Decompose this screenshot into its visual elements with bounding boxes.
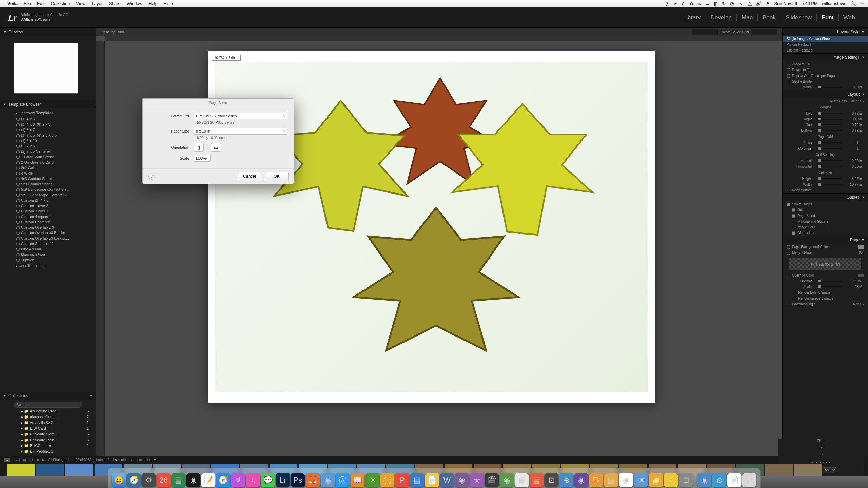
style-picture[interactable]: Picture Package: [783, 42, 868, 47]
dock-app[interactable]: ⚙: [142, 473, 156, 487]
opt-page-bg[interactable]: Page Background Color: [783, 244, 868, 250]
source[interactable]: All Photographs: [48, 458, 72, 462]
stroke-slider[interactable]: [816, 87, 842, 88]
dock-app[interactable]: 📝: [201, 473, 216, 487]
rows-slider[interactable]: [816, 142, 842, 143]
dock-safari[interactable]: 🧭: [127, 473, 141, 487]
opt-stroke[interactable]: Stroke Border: [783, 79, 868, 84]
dock-itunes[interactable]: ♫: [246, 473, 260, 487]
ok-button[interactable]: OK: [265, 172, 289, 180]
menu-share[interactable]: Share: [109, 1, 121, 6]
opt-identity[interactable]: Identity Plate-90°: [783, 250, 868, 256]
nav-prev-icon[interactable]: ◀: [36, 458, 39, 462]
dock-app[interactable]: 🎬: [485, 473, 499, 487]
bluetooth-icon[interactable]: ⌥: [738, 1, 744, 6]
template-item[interactable]: 4x5 Contact Sheet: [0, 176, 96, 181]
template-item[interactable]: Custom Centered: [0, 219, 96, 225]
dock-app[interactable]: ⊞: [515, 473, 529, 487]
status-icon[interactable]: ⌾: [698, 1, 701, 6]
dock-messages[interactable]: 💬: [261, 473, 275, 487]
create-saved-print-button[interactable]: Create Saved Print: [717, 29, 752, 35]
status-icon[interactable]: ↻: [722, 1, 726, 6]
template-item[interactable]: 5x11 Landscape Contact S...: [0, 192, 96, 198]
compare-icon[interactable]: ◫: [29, 458, 33, 462]
template-item[interactable]: 5x9 Landscape Contact Sh...: [0, 187, 96, 192]
menu-edit[interactable]: Edit: [37, 1, 44, 6]
menubar-user[interactable]: williamslavin: [822, 1, 846, 6]
template-item[interactable]: Triptych: [0, 257, 96, 263]
template-item[interactable]: 5x8 Contact Sheet: [0, 181, 96, 187]
opt-override[interactable]: Override Color: [783, 272, 868, 278]
template-item[interactable]: (1) 8 x 10: [0, 138, 96, 143]
template-item[interactable]: (1) 4 x 6: [0, 116, 96, 122]
image-settings-header[interactable]: Image Settings▼: [783, 53, 868, 61]
collection-item[interactable]: ▸ 📁 Bin Pebble1 1: [0, 449, 96, 454]
menu-window[interactable]: Window: [127, 1, 142, 6]
dock-app[interactable]: 📄: [727, 473, 742, 487]
dock-appstore[interactable]: Ⓐ: [336, 473, 350, 487]
status-icon[interactable]: ✿: [690, 1, 694, 6]
dock-trash[interactable]: 🗑: [742, 473, 756, 487]
templates-header[interactable]: ▼Template Browser+: [0, 100, 96, 108]
opt-repeat[interactable]: Repeat One Photo per Page: [783, 73, 868, 79]
menubar-time[interactable]: 5:46 PM: [801, 1, 817, 6]
module-develop[interactable]: Develop: [706, 14, 737, 21]
template-item[interactable]: Custom Square + 2: [0, 241, 96, 246]
dock-app[interactable]: 🛡: [589, 473, 604, 487]
user-templates[interactable]: ▸ User Templates: [0, 263, 96, 269]
template-item[interactable]: 4 Wide: [0, 170, 96, 176]
cols-slider[interactable]: [816, 148, 842, 149]
dock-app[interactable]: W: [440, 473, 454, 487]
identity-plate[interactable]: williamslavin: [789, 258, 861, 270]
collections-search[interactable]: [14, 402, 82, 408]
dock-finder[interactable]: 😀: [112, 473, 126, 487]
dock-ps[interactable]: Ps: [291, 473, 305, 487]
dock-app[interactable]: 📖: [351, 473, 365, 487]
dock-lr[interactable]: Lr: [276, 473, 290, 487]
template-item[interactable]: Fine Art Mat: [0, 246, 96, 252]
dock-app[interactable]: ⊡: [679, 473, 693, 487]
dock-app[interactable]: ◉: [500, 473, 514, 487]
status-icon[interactable]: ◧: [713, 1, 718, 6]
template-item[interactable]: 2x2 Cells: [0, 165, 96, 170]
template-item[interactable]: 1 Large With Stroke: [0, 154, 96, 160]
template-item[interactable]: (1) 4 x 6, (6) 2 x 3: [0, 122, 96, 127]
dock-app[interactable]: 🧭: [216, 473, 231, 487]
dock-app[interactable]: ▤: [530, 473, 544, 487]
menu-help2[interactable]: Help: [164, 1, 173, 6]
collection-item[interactable]: ▸ 📁 B/W Card1: [0, 426, 96, 431]
dock-app[interactable]: ▤: [604, 473, 618, 487]
dock-app[interactable]: ◯: [380, 473, 395, 487]
cancel-button[interactable]: Cancel: [238, 172, 261, 180]
dock-app[interactable]: ◉: [321, 473, 335, 487]
grid-icon[interactable]: ▦: [23, 458, 26, 462]
template-item[interactable]: Custom 1 over 2: [0, 203, 96, 208]
status-icon[interactable]: ◔: [730, 1, 734, 6]
flag-icon[interactable]: ⚑: [766, 1, 770, 6]
collection-item[interactable]: ▸ 📁 A's Batting Prac...5: [0, 408, 96, 414]
collections-header[interactable]: ▼Collections+: [0, 392, 96, 400]
template-item[interactable]: Custom Overlap x3 Landsc...: [0, 236, 96, 241]
nav-next-icon[interactable]: ▶: [42, 458, 45, 462]
status-icon[interactable]: ◎: [665, 1, 669, 6]
dock-app[interactable]: ⊕: [559, 473, 574, 487]
template-item[interactable]: Maximize Size: [0, 252, 96, 257]
dock-app[interactable]: P: [395, 473, 410, 487]
module-print[interactable]: Print: [817, 14, 839, 21]
menu-collection[interactable]: Collection: [51, 1, 70, 6]
format-for-select[interactable]: EPSON SC-P800 Series: [194, 113, 287, 119]
page-header[interactable]: Page▼: [783, 236, 868, 244]
template-item[interactable]: (2) 7 x 5: [0, 143, 96, 149]
guide-opt[interactable]: Rulers: [783, 207, 868, 213]
flag-filter-icon[interactable]: ⚐: [820, 453, 823, 457]
guide-opt[interactable]: Margins and Gutters: [783, 219, 868, 224]
template-group[interactable]: ▸ Lightroom Templates: [0, 110, 96, 116]
template-item[interactable]: Custom (2) 4 x 6: [0, 198, 96, 203]
scale-input[interactable]: [194, 155, 211, 162]
menu-view[interactable]: View: [76, 1, 86, 6]
guide-opt[interactable]: Dimensions: [783, 230, 868, 236]
module-book[interactable]: Book: [758, 14, 781, 21]
template-item[interactable]: (1) 5 x 7: [0, 127, 96, 133]
dock-app[interactable]: ⊙: [712, 473, 727, 487]
dock-app[interactable]: ◉: [697, 473, 712, 487]
